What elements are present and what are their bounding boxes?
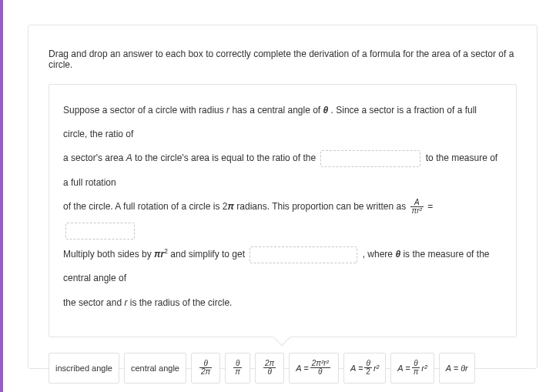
text: a sector's area [63,152,126,163]
passage-line-5: the sector and r is the radius of the ci… [63,291,502,315]
fraction: 2πθ [263,360,276,377]
question-card: Drag and drop an answer to each box to c… [28,25,538,369]
var-A: A [126,152,132,163]
text: has a central angle of [229,105,323,116]
tile-inscribed-angle[interactable]: inscribed angle [49,353,119,384]
text: to the circle's area is equal to the rat… [132,152,319,163]
tile-theta-over-pi[interactable]: θπ [225,353,250,384]
equals: = [425,201,433,212]
drop-zone-3[interactable] [250,246,357,263]
fraction: θπ [412,360,420,377]
denominator: 2 [364,368,372,377]
drop-zone-2[interactable] [65,223,135,240]
denominator: πr² [410,207,424,216]
passage-line-3: of the circle. A full rotation of a circ… [63,195,502,243]
denominator: π [233,368,242,377]
fraction: θ2 [364,360,372,377]
var-pi: π [227,201,234,212]
suffix: r² [373,364,379,373]
text: the sector and [63,297,124,308]
drop-zone-1[interactable] [320,150,420,167]
suffix: r² [421,364,427,373]
passage-line-2: a sector's area A to the circle's area i… [63,146,502,194]
text: is the radius of the circle. [127,297,232,308]
fraction: θπ [233,360,242,377]
tile-label: central angle [131,364,179,373]
prompt-text: Drag and drop an answer to each box to c… [49,49,517,70]
text: , where [360,249,395,260]
prefix: A = [397,364,410,373]
text: Multiply both sides by [63,249,154,260]
text: of the circle. A full rotation of a circ… [63,201,227,212]
tile-area-theta-over-pi-r2[interactable]: A = θπr² [390,353,434,384]
text: radians. This proportion can be written … [234,201,409,212]
text: and simplify to get [168,249,247,260]
denominator: θ [263,368,276,377]
prefix: A = [296,364,308,373]
fraction: 2π²r²θ [310,360,330,377]
text: Suppose a sector of a circle with radius [63,105,226,116]
fraction-A-over-pir2: Aπr² [410,199,424,216]
passage-notch [273,328,291,346]
var-pi: π [154,249,161,260]
passage-line-1: Suppose a sector of a circle with radius… [63,99,502,146]
denominator: 2π [199,368,212,377]
denominator: π [412,368,420,377]
prefix: A = [350,364,363,373]
tile-label: inscribed angle [55,364,112,373]
tile-area-theta-over-2-r2[interactable]: A = θ2r² [343,353,386,384]
passage-box: Suppose a sector of a circle with radius… [49,84,517,337]
passage-line-4: Multiply both sides by πr2 and simplify … [63,243,502,290]
tile-2pi-over-theta[interactable]: 2πθ [255,353,284,384]
accent-stripe [0,0,3,392]
answer-tiles-tray: inscribed angle central angle θ2π θπ 2πθ… [49,353,517,384]
tile-area-2pi2r2-over-theta[interactable]: A = 2π²r²θ [289,353,339,384]
denominator: θ [310,368,330,377]
tile-central-angle[interactable]: central angle [124,353,186,384]
tile-label: A = θr [446,364,468,373]
tile-area-theta-r[interactable]: A = θr [439,353,475,384]
tile-theta-over-2pi[interactable]: θ2π [191,353,220,384]
fraction: θ2π [199,360,212,377]
